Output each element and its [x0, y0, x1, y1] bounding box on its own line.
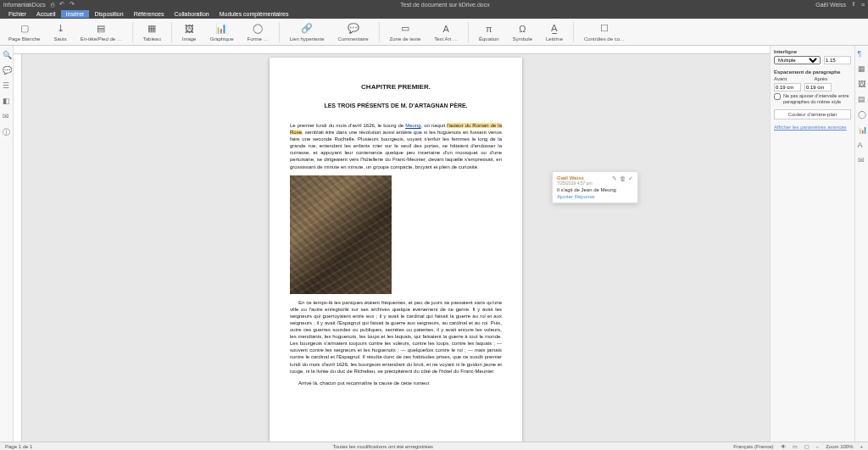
- illustration-image[interactable]: [290, 175, 392, 294]
- share-icon[interactable]: ⇪: [851, 1, 856, 8]
- zoom-in-icon[interactable]: +: [860, 444, 863, 449]
- menu-disposition[interactable]: Disposition: [89, 10, 128, 18]
- equation-icon: π: [483, 23, 495, 35]
- language-indicator[interactable]: Français (France): [733, 444, 773, 449]
- image-button[interactable]: 🖼Image: [177, 22, 202, 42]
- separator: [379, 22, 380, 42]
- symbol-button[interactable]: ΩSymbole: [508, 22, 537, 42]
- textart-icon: A: [440, 23, 452, 35]
- save-status: Toutes les modifications ont été enregis…: [32, 444, 733, 449]
- add-reply-link[interactable]: Ajouter Réponse: [557, 194, 633, 199]
- user-name: Gaël Weiss: [815, 2, 846, 8]
- separator: [468, 22, 469, 42]
- chapter-heading: CHAPITRE PREMIER.: [290, 83, 502, 91]
- table-button[interactable]: ▦Tableau: [138, 22, 166, 42]
- table-tab-icon[interactable]: ▦: [858, 64, 866, 73]
- document-title: Test de document sur kDrive.docx: [75, 2, 815, 8]
- advanced-settings-link[interactable]: Afficher les paramètres avancés: [774, 125, 851, 130]
- comment-icon: 💬: [348, 23, 359, 35]
- menu-references[interactable]: Références: [129, 10, 170, 18]
- delete-icon[interactable]: 🗑: [620, 175, 626, 182]
- content-controls-button[interactable]: ☐Contrôles de co…: [579, 22, 630, 42]
- link-icon: 🔗: [301, 23, 313, 35]
- chart-button[interactable]: 📊Graphique: [204, 22, 238, 42]
- resolve-icon[interactable]: ✓: [628, 175, 633, 182]
- textbox-button[interactable]: ▭Zone de texte: [385, 22, 426, 42]
- horizontal-ruler[interactable]: [14, 46, 770, 54]
- fit-width-icon[interactable]: ▭: [793, 443, 798, 449]
- menu-modules[interactable]: Modules complémentaires: [214, 10, 294, 18]
- zoom-out-icon[interactable]: −: [816, 444, 820, 449]
- fit-page-icon[interactable]: ▢: [804, 443, 810, 449]
- controls-icon: ☐: [598, 23, 610, 35]
- no-spacing-checkbox[interactable]: Ne pas ajouter d'intervalle entre paragr…: [774, 93, 851, 104]
- comment-button[interactable]: 💬Commentaire: [333, 22, 374, 42]
- document-page[interactable]: CHAPITRE PREMIER. LES TROIS PRÉSENTS DE …: [270, 58, 522, 442]
- headings-icon[interactable]: ☰: [3, 81, 11, 90]
- header-footer-button[interactable]: ▤En-tête/Pied de …: [75, 22, 127, 42]
- shape-button[interactable]: ◯Forme …: [242, 22, 274, 42]
- chapter-subtitle: LES TROIS PRÉSENTS DE M. D'ARTAGNAN PÈRE…: [290, 103, 502, 108]
- line-spacing-label: Interligne: [774, 49, 851, 54]
- textbox-icon: ▭: [399, 23, 411, 35]
- zoom-level[interactable]: Zoom 100%: [826, 444, 853, 449]
- menu-icon[interactable]: ≡: [861, 2, 865, 8]
- comment-text: Il s'agit de Jean de Meung: [557, 187, 633, 192]
- separator: [573, 22, 574, 42]
- edit-icon[interactable]: ✎: [612, 175, 617, 182]
- undo-icon[interactable]: ↶: [59, 1, 64, 8]
- spacing-after-input[interactable]: [804, 83, 832, 92]
- separator: [132, 22, 133, 42]
- title-bar: infomaniakDocs ⎙ ↶ ↷ Test de document su…: [0, 0, 868, 8]
- menu-accueil[interactable]: Accueil: [31, 10, 61, 18]
- textart-tab-icon[interactable]: A: [858, 141, 866, 149]
- chart-icon: 📊: [215, 23, 227, 35]
- menu-collaboration[interactable]: Collaboration: [169, 10, 214, 18]
- symbol-icon: Ω: [516, 23, 528, 35]
- separator: [279, 22, 280, 42]
- comments-icon[interactable]: 💬: [3, 66, 11, 75]
- background-color-button[interactable]: Couleur d'arrière-plan: [774, 109, 851, 119]
- save-icon[interactable]: ⎙: [51, 2, 54, 8]
- page-icon: ▢: [19, 23, 31, 35]
- link-meung[interactable]: Meung: [405, 123, 420, 128]
- image-icon: 🖼: [183, 23, 195, 35]
- left-toolbar: 🔍 💬 ☰ ◧ ✉ ⓘ: [0, 46, 14, 442]
- menu-fichier[interactable]: Fichier: [3, 10, 31, 18]
- paragraph-3: Arrivé là, chacun put reconnaître la cau…: [290, 380, 502, 386]
- about-icon[interactable]: ⓘ: [3, 127, 11, 136]
- page-indicator[interactable]: Page 1 de 1: [5, 444, 32, 449]
- textart-button[interactable]: AText Art …: [429, 22, 463, 42]
- header-tab-icon[interactable]: ▤: [858, 95, 866, 103]
- breaks-button[interactable]: ⤓Sauts: [48, 22, 71, 42]
- break-icon: ⤓: [54, 23, 66, 35]
- mailmerge-tab-icon[interactable]: ✉: [858, 156, 866, 164]
- paragraph-1: Le premier lundi du mois d'avril 1626, l…: [290, 122, 502, 170]
- vertical-ruler[interactable]: [14, 54, 22, 442]
- chart-panel-icon[interactable]: ◧: [3, 97, 11, 105]
- dropcap-icon: A̲: [548, 23, 560, 35]
- menu-inserer[interactable]: Insérer: [61, 10, 90, 18]
- image-tab-icon[interactable]: 🖼: [858, 80, 866, 88]
- hyperlink-button[interactable]: 🔗Lien hypertexte: [285, 22, 330, 42]
- line-spacing-mode[interactable]: Multiple: [774, 56, 821, 64]
- table-icon: ▦: [146, 23, 158, 35]
- track-changes-icon[interactable]: 👁: [781, 444, 786, 449]
- dropcap-button[interactable]: A̲Lettrine: [541, 22, 568, 42]
- header-icon: ▤: [95, 23, 107, 35]
- spacing-before-input[interactable]: [774, 83, 801, 92]
- right-toolbar: ¶ ▦ 🖼 ▤ ◯ 📊 A ✉: [854, 46, 868, 442]
- search-icon[interactable]: 🔍: [3, 51, 11, 59]
- document-canvas: CHAPITRE PREMIER. LES TROIS PRÉSENTS DE …: [14, 46, 770, 442]
- equation-button[interactable]: πÉquation: [474, 22, 504, 42]
- comment-popup[interactable]: Gaël Weiss 7/25/2019 4:57 pm ✎ 🗑 ✓ Il s'…: [552, 171, 638, 203]
- paragraph-tab-icon[interactable]: ¶: [858, 49, 866, 58]
- chart-tab-icon[interactable]: 📊: [858, 125, 866, 134]
- paragraph-settings-panel: Interligne Multiple Espacement de paragr…: [770, 46, 854, 442]
- line-spacing-value[interactable]: [824, 56, 851, 64]
- shape-tab-icon[interactable]: ◯: [858, 110, 866, 119]
- feedback-icon[interactable]: ✉: [3, 112, 11, 120]
- blank-page-button[interactable]: ▢Page Blanche: [3, 22, 45, 42]
- comment-date: 7/25/2019 4:57 pm: [557, 181, 593, 186]
- insert-toolbar: ▢Page Blanche ⤓Sauts ▤En-tête/Pied de … …: [0, 19, 868, 46]
